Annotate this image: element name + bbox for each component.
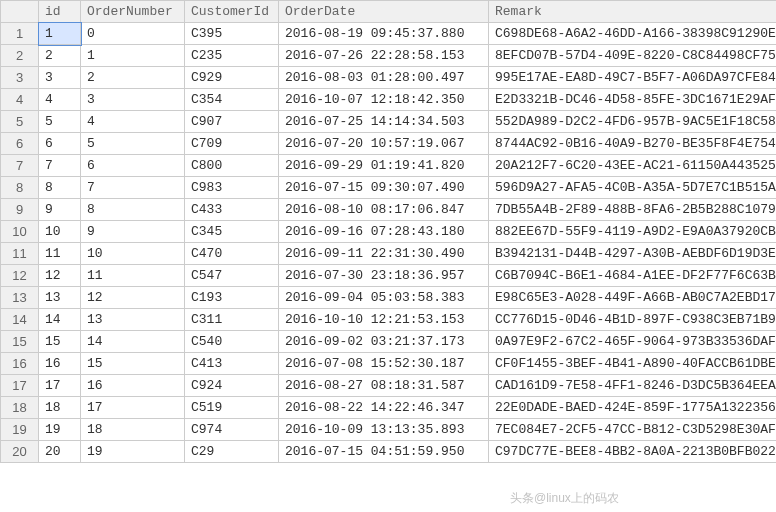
cell-ordernumber[interactable]: 13: [81, 309, 185, 331]
cell-ordernumber[interactable]: 14: [81, 331, 185, 353]
table-row[interactable]: 998C4332016-08-10 08:17:06.8477DB55A4B-2…: [1, 199, 777, 221]
table-row[interactable]: 181817C5192016-08-22 14:22:46.34722E0DAD…: [1, 397, 777, 419]
cell-remark[interactable]: 552DA989-D2C2-4FD6-957B-9AC5E1F18C58: [489, 111, 777, 133]
cell-id[interactable]: 7: [39, 155, 81, 177]
row-number[interactable]: 1: [1, 23, 39, 45]
row-number[interactable]: 4: [1, 89, 39, 111]
cell-orderdate[interactable]: 2016-10-10 12:21:53.153: [279, 309, 489, 331]
cell-customerid[interactable]: C709: [185, 133, 279, 155]
cell-id[interactable]: 12: [39, 265, 81, 287]
row-number[interactable]: 3: [1, 67, 39, 89]
cell-orderdate[interactable]: 2016-09-02 03:21:37.173: [279, 331, 489, 353]
cell-ordernumber[interactable]: 11: [81, 265, 185, 287]
cell-orderdate[interactable]: 2016-08-27 08:18:31.587: [279, 375, 489, 397]
cell-remark[interactable]: E98C65E3-A028-449F-A66B-AB0C7A2EBD17: [489, 287, 777, 309]
table-row[interactable]: 111110C4702016-09-11 22:31:30.490B394213…: [1, 243, 777, 265]
cell-id[interactable]: 4: [39, 89, 81, 111]
row-number[interactable]: 19: [1, 419, 39, 441]
cell-customerid[interactable]: C235: [185, 45, 279, 67]
cell-ordernumber[interactable]: 9: [81, 221, 185, 243]
cell-id[interactable]: 10: [39, 221, 81, 243]
cell-ordernumber[interactable]: 4: [81, 111, 185, 133]
cell-ordernumber[interactable]: 5: [81, 133, 185, 155]
cell-customerid[interactable]: C519: [185, 397, 279, 419]
cell-customerid[interactable]: C924: [185, 375, 279, 397]
cell-id[interactable]: 16: [39, 353, 81, 375]
cell-orderdate[interactable]: 2016-10-07 12:18:42.350: [279, 89, 489, 111]
cell-remark[interactable]: 8744AC92-0B16-40A9-B270-BE35F8F4E754: [489, 133, 777, 155]
table-row[interactable]: 202019C292016-07-15 04:51:59.950C97DC77E…: [1, 441, 777, 463]
header-customerid[interactable]: CustomerId: [185, 1, 279, 23]
cell-remark[interactable]: 596D9A27-AFA5-4C0B-A35A-5D7E7C1B515A: [489, 177, 777, 199]
cell-orderdate[interactable]: 2016-07-15 09:30:07.490: [279, 177, 489, 199]
cell-id[interactable]: 13: [39, 287, 81, 309]
cell-ordernumber[interactable]: 1: [81, 45, 185, 67]
cell-orderdate[interactable]: 2016-08-19 09:45:37.880: [279, 23, 489, 45]
cell-customerid[interactable]: C547: [185, 265, 279, 287]
table-row[interactable]: 121211C5472016-07-30 23:18:36.957C6B7094…: [1, 265, 777, 287]
cell-ordernumber[interactable]: 6: [81, 155, 185, 177]
table-row[interactable]: 221C2352016-07-26 22:28:58.1538EFCD07B-5…: [1, 45, 777, 67]
table-row[interactable]: 131312C1932016-09-04 05:03:58.383E98C65E…: [1, 287, 777, 309]
cell-id[interactable]: 17: [39, 375, 81, 397]
cell-remark[interactable]: 7DB55A4B-2F89-488B-8FA6-2B5B288C1079: [489, 199, 777, 221]
table-row[interactable]: 171716C9242016-08-27 08:18:31.587CAD161D…: [1, 375, 777, 397]
cell-customerid[interactable]: C311: [185, 309, 279, 331]
cell-orderdate[interactable]: 2016-09-29 01:19:41.820: [279, 155, 489, 177]
cell-ordernumber[interactable]: 19: [81, 441, 185, 463]
cell-customerid[interactable]: C540: [185, 331, 279, 353]
header-rownum[interactable]: [1, 1, 39, 23]
cell-customerid[interactable]: C395: [185, 23, 279, 45]
table-row[interactable]: 332C9292016-08-03 01:28:00.497995E17AE-E…: [1, 67, 777, 89]
row-number[interactable]: 8: [1, 177, 39, 199]
cell-id[interactable]: 9: [39, 199, 81, 221]
cell-orderdate[interactable]: 2016-09-16 07:28:43.180: [279, 221, 489, 243]
cell-orderdate[interactable]: 2016-07-08 15:52:30.187: [279, 353, 489, 375]
cell-id[interactable]: 5: [39, 111, 81, 133]
cell-remark[interactable]: 7EC084E7-2CF5-47CC-B812-C3D5298E30AF: [489, 419, 777, 441]
cell-orderdate[interactable]: 2016-08-22 14:22:46.347: [279, 397, 489, 419]
header-ordernumber[interactable]: OrderNumber: [81, 1, 185, 23]
cell-id[interactable]: 11: [39, 243, 81, 265]
cell-customerid[interactable]: C433: [185, 199, 279, 221]
cell-id[interactable]: 8: [39, 177, 81, 199]
cell-remark[interactable]: E2D3321B-DC46-4D58-85FE-3DC1671E29AF: [489, 89, 777, 111]
cell-id[interactable]: 14: [39, 309, 81, 331]
cell-customerid[interactable]: C354: [185, 89, 279, 111]
cell-ordernumber[interactable]: 17: [81, 397, 185, 419]
cell-orderdate[interactable]: 2016-08-03 01:28:00.497: [279, 67, 489, 89]
row-number[interactable]: 13: [1, 287, 39, 309]
cell-customerid[interactable]: C983: [185, 177, 279, 199]
cell-remark[interactable]: 882EE67D-55F9-4119-A9D2-E9A0A37920CB: [489, 221, 777, 243]
cell-customerid[interactable]: C345: [185, 221, 279, 243]
cell-remark[interactable]: C97DC77E-BEE8-4BB2-8A0A-2213B0BFB022: [489, 441, 777, 463]
cell-remark[interactable]: CF0F1455-3BEF-4B41-A890-40FACCB61DBE: [489, 353, 777, 375]
cell-ordernumber[interactable]: 12: [81, 287, 185, 309]
cell-remark[interactable]: 22E0DADE-BAED-424E-859F-1775A1322356: [489, 397, 777, 419]
header-remark[interactable]: Remark: [489, 1, 777, 23]
table-row[interactable]: 776C8002016-09-29 01:19:41.82020A212F7-6…: [1, 155, 777, 177]
table-row[interactable]: 10109C3452016-09-16 07:28:43.180882EE67D…: [1, 221, 777, 243]
table-row[interactable]: 151514C5402016-09-02 03:21:37.1730A97E9F…: [1, 331, 777, 353]
row-number[interactable]: 11: [1, 243, 39, 265]
row-number[interactable]: 16: [1, 353, 39, 375]
cell-orderdate[interactable]: 2016-07-30 23:18:36.957: [279, 265, 489, 287]
row-number[interactable]: 9: [1, 199, 39, 221]
table-row[interactable]: 443C3542016-10-07 12:18:42.350E2D3321B-D…: [1, 89, 777, 111]
row-number[interactable]: 6: [1, 133, 39, 155]
cell-ordernumber[interactable]: 8: [81, 199, 185, 221]
data-grid[interactable]: id OrderNumber CustomerId OrderDate Rema…: [0, 0, 776, 463]
cell-orderdate[interactable]: 2016-07-26 22:28:58.153: [279, 45, 489, 67]
row-number[interactable]: 18: [1, 397, 39, 419]
header-id[interactable]: id: [39, 1, 81, 23]
cell-id[interactable]: 19: [39, 419, 81, 441]
cell-remark[interactable]: C698DE68-A6A2-46DD-A166-38398C91290E: [489, 23, 777, 45]
cell-remark[interactable]: 0A97E9F2-67C2-465F-9064-973B33536DAF: [489, 331, 777, 353]
cell-id[interactable]: 3: [39, 67, 81, 89]
cell-remark[interactable]: CAD161D9-7E58-4FF1-8246-D3DC5B364EEA: [489, 375, 777, 397]
cell-customerid[interactable]: C929: [185, 67, 279, 89]
cell-customerid[interactable]: C29: [185, 441, 279, 463]
cell-id[interactable]: 2: [39, 45, 81, 67]
cell-customerid[interactable]: C800: [185, 155, 279, 177]
cell-customerid[interactable]: C470: [185, 243, 279, 265]
